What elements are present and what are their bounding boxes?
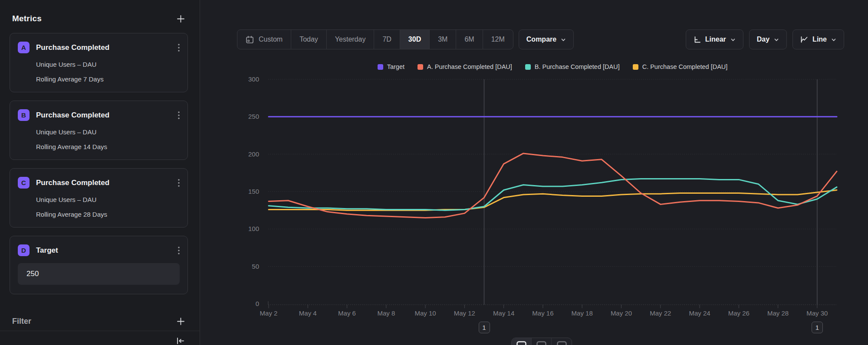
scale-selector-button[interactable]: Linear [686, 29, 743, 49]
chevron-down-icon [774, 37, 779, 42]
metric-card: CPurchase CompletedUnique Users – DAURol… [10, 168, 188, 228]
range-label: 30D [408, 36, 421, 43]
x-axis-tick-label: May 6 [338, 309, 356, 317]
kebab-icon [178, 247, 180, 254]
compare-label: Compare [526, 36, 556, 43]
x-axis-tick-label: May 16 [532, 309, 553, 317]
metric-card: APurchase CompletedUnique Users – DAURol… [10, 33, 188, 92]
range-yesterday[interactable]: Yesterday [327, 30, 375, 49]
metric-measure: Unique Users – DAU [36, 196, 180, 203]
metric-transform: Rolling Average 14 Days [36, 143, 180, 150]
chart-view-toggle-chart[interactable] [512, 338, 532, 345]
x-axis-tick-label: May 18 [572, 309, 593, 317]
x-axis-tick-label: May 14 [493, 309, 514, 317]
filter-heading: Filter [12, 317, 31, 326]
chart-view-icon [516, 341, 526, 345]
kebab-icon [178, 179, 180, 187]
chart-settings-group: Linear Day Line [686, 29, 844, 49]
range-30d[interactable]: 30D [400, 30, 430, 49]
target-card: D Target 250 [10, 236, 188, 294]
metric-card: BPurchase CompletedUnique Users – DAURol… [10, 101, 188, 160]
x-axis-tick-label: May 20 [611, 309, 632, 317]
collapse-left-icon [175, 336, 185, 345]
y-axis-tick-label: 300 [248, 75, 259, 83]
kebab-icon [178, 111, 180, 119]
kebab-menu-button[interactable] [178, 247, 180, 254]
plus-icon [177, 15, 185, 23]
sidebar-header: Metrics [12, 12, 185, 25]
range-label: Custom [259, 36, 283, 43]
add-metric-button[interactable] [177, 15, 185, 23]
metrics-dashboard: Metrics APurchase CompletedUnique Users … [0, 0, 868, 345]
x-axis-tick-label: May 4 [299, 309, 317, 317]
collapse-sidebar-button[interactable] [175, 336, 185, 345]
line-chart[interactable]: 050100150200250300May 2May 4May 6May 8Ma… [234, 61, 851, 329]
y-axis-tick-label: 50 [252, 263, 259, 270]
metric-measure: Unique Users – DAU [36, 61, 180, 68]
metrics-heading: Metrics [12, 14, 42, 23]
metric-transform: Rolling Average 28 Days [36, 211, 180, 218]
metric-badge: D [18, 244, 30, 256]
range-today[interactable]: Today [291, 30, 327, 49]
x-axis-tick-label: May 30 [806, 309, 828, 317]
chevron-down-icon [561, 37, 566, 42]
kebab-menu-button[interactable] [178, 111, 180, 119]
y-axis-tick-label: 0 [256, 300, 259, 307]
y-axis-tick-label: 100 [248, 225, 259, 232]
linear-axis-icon [694, 36, 701, 43]
range-label: 3M [438, 36, 447, 43]
range-3m[interactable]: 3M [430, 30, 456, 49]
kebab-menu-button[interactable] [178, 44, 180, 52]
range-label: 12M [491, 36, 505, 43]
scale-label: Linear [705, 36, 726, 43]
annotation-badge[interactable]: 1 [479, 322, 490, 333]
x-axis-tick-label: May 12 [454, 309, 475, 317]
metric-badge: C [18, 177, 30, 189]
y-axis-tick-label: 150 [248, 188, 259, 195]
table-view-icon [557, 341, 567, 345]
line-chart-icon [800, 36, 808, 43]
y-axis-tick-label: 250 [248, 113, 259, 120]
chart-toolbar: CustomTodayYesterday7D30D3M6M12M Compare… [237, 29, 844, 49]
range-label: 7D [382, 36, 391, 43]
range-custom[interactable]: Custom [237, 30, 291, 49]
split-view-icon [536, 341, 546, 345]
x-axis-tick-label: May 28 [767, 309, 789, 317]
x-axis-tick-label: May 10 [415, 309, 436, 317]
date-range-selector: CustomTodayYesterday7D30D3M6M12M [237, 29, 513, 49]
kebab-icon [178, 44, 180, 52]
chevron-down-icon [831, 37, 836, 42]
range-7d[interactable]: 7D [374, 30, 400, 49]
range-12m[interactable]: 12M [483, 30, 513, 49]
x-axis-tick-label: May 2 [260, 309, 278, 317]
x-axis-tick-label: May 24 [689, 309, 710, 317]
chart-type-label: Line [812, 36, 827, 43]
interval-selector-button[interactable]: Day [749, 29, 787, 49]
add-filter-button[interactable] [177, 317, 185, 325]
range-6m[interactable]: 6M [456, 30, 483, 49]
x-axis-tick-label: May 8 [377, 309, 395, 317]
target-value-input[interactable]: 250 [18, 263, 180, 285]
metric-badge: A [18, 42, 30, 53]
metric-card-list: APurchase CompletedUnique Users – DAURol… [10, 33, 188, 294]
metric-title: Purchase Completed [36, 43, 171, 52]
metrics-sidebar: Metrics APurchase CompletedUnique Users … [0, 0, 200, 345]
y-axis-tick-label: 200 [248, 150, 259, 158]
plus-icon [177, 317, 185, 325]
chart-type-selector-button[interactable]: Line [792, 29, 844, 49]
chart-view-toggle-split[interactable] [532, 338, 552, 345]
x-axis-tick-label: May 26 [728, 309, 750, 317]
kebab-menu-button[interactable] [178, 179, 180, 187]
filter-section-header: Filter [12, 315, 185, 328]
chart-view-switcher [511, 338, 572, 345]
series-line-a[interactable] [269, 153, 837, 218]
metric-measure: Unique Users – DAU [36, 128, 180, 136]
chart-view-toggle-table[interactable] [552, 338, 572, 345]
metric-transform: Rolling Average 7 Days [36, 75, 180, 83]
metric-title: Purchase Completed [36, 179, 171, 187]
annotation-badge[interactable]: 1 [812, 322, 823, 333]
compare-button[interactable]: Compare [519, 29, 574, 49]
metric-title: Purchase Completed [36, 111, 171, 120]
x-axis-tick-label: May 22 [650, 309, 671, 317]
series-line-c[interactable] [269, 190, 837, 211]
